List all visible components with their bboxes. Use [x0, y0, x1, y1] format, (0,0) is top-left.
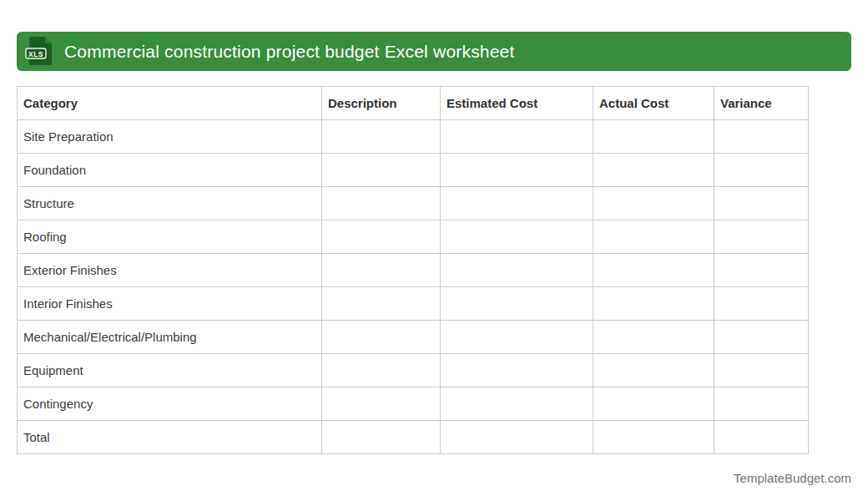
- table-row: Contingency: [18, 387, 809, 421]
- category-cell: Equipment: [18, 354, 322, 387]
- xls-file-icon: XLS: [25, 36, 53, 67]
- empty-value-cell: [593, 287, 714, 321]
- empty-value-cell: [441, 220, 593, 254]
- empty-value-cell: [322, 287, 441, 321]
- empty-value-cell: [322, 321, 441, 354]
- empty-value-cell: [593, 321, 714, 354]
- empty-value-cell: [322, 120, 441, 154]
- page: XLS Commercial construction project budg…: [0, 0, 868, 485]
- empty-value-cell: [593, 387, 714, 421]
- table-row: Foundation: [18, 154, 809, 187]
- empty-value-cell: [593, 187, 714, 220]
- empty-value-cell: [714, 120, 809, 154]
- footer: TemplateBudget.com: [17, 471, 851, 485]
- empty-value-cell: [441, 120, 593, 154]
- empty-value-cell: [441, 187, 593, 220]
- empty-value-cell: [714, 254, 809, 287]
- empty-value-cell: [441, 287, 593, 321]
- empty-value-cell: [714, 421, 809, 454]
- table-row: Site Preparation: [18, 120, 809, 154]
- empty-value-cell: [441, 354, 593, 387]
- column-header-estimated-cost: Estimated Cost: [441, 87, 593, 120]
- footer-watermark: TemplateBudget.com: [734, 471, 851, 485]
- empty-value-cell: [593, 154, 714, 187]
- empty-value-cell: [714, 154, 809, 187]
- table-row: Mechanical/Electrical/Plumbing: [18, 321, 809, 354]
- empty-value-cell: [322, 354, 441, 387]
- category-cell: Exterior Finishes: [18, 254, 322, 287]
- empty-value-cell: [441, 154, 593, 187]
- empty-value-cell: [593, 254, 714, 287]
- budget-table: Category Description Estimated Cost Actu…: [17, 86, 809, 454]
- table-row: Equipment: [18, 354, 809, 387]
- empty-value-cell: [593, 354, 714, 387]
- empty-value-cell: [322, 220, 441, 254]
- empty-value-cell: [322, 254, 441, 287]
- empty-value-cell: [714, 187, 809, 220]
- category-cell: Structure: [18, 187, 322, 220]
- table-header-row: Category Description Estimated Cost Actu…: [18, 87, 809, 120]
- category-cell: Site Preparation: [18, 120, 322, 154]
- category-cell: Interior Finishes: [18, 287, 322, 321]
- empty-value-cell: [593, 421, 714, 454]
- empty-value-cell: [322, 421, 441, 454]
- empty-value-cell: [322, 154, 441, 187]
- empty-value-cell: [441, 321, 593, 354]
- category-cell: Total: [18, 421, 322, 454]
- header-bar: XLS Commercial construction project budg…: [17, 32, 851, 71]
- table-body: Site PreparationFoundationStructureRoofi…: [18, 120, 809, 454]
- empty-value-cell: [714, 354, 809, 387]
- table-row: Roofing: [18, 220, 809, 254]
- table-row: Exterior Finishes: [18, 254, 809, 287]
- empty-value-cell: [714, 387, 809, 421]
- category-cell: Foundation: [18, 154, 322, 187]
- empty-value-cell: [322, 387, 441, 421]
- empty-value-cell: [441, 421, 593, 454]
- page-title: Commercial construction project budget E…: [64, 42, 515, 62]
- empty-value-cell: [714, 321, 809, 354]
- table-row: Structure: [18, 187, 809, 220]
- xls-icon-label: XLS: [28, 50, 43, 58]
- column-header-description: Description: [322, 87, 441, 120]
- empty-value-cell: [714, 287, 809, 321]
- empty-value-cell: [441, 254, 593, 287]
- empty-value-cell: [441, 387, 593, 421]
- category-cell: Contingency: [18, 387, 322, 421]
- empty-value-cell: [593, 120, 714, 154]
- table-row: Total: [18, 421, 809, 454]
- column-header-actual-cost: Actual Cost: [593, 87, 714, 120]
- column-header-variance: Variance: [714, 87, 809, 120]
- empty-value-cell: [322, 187, 441, 220]
- category-cell: Mechanical/Electrical/Plumbing: [18, 321, 322, 354]
- empty-value-cell: [593, 220, 714, 254]
- category-cell: Roofing: [18, 220, 322, 254]
- empty-value-cell: [714, 220, 809, 254]
- table-row: Interior Finishes: [18, 287, 809, 321]
- column-header-category: Category: [18, 87, 322, 120]
